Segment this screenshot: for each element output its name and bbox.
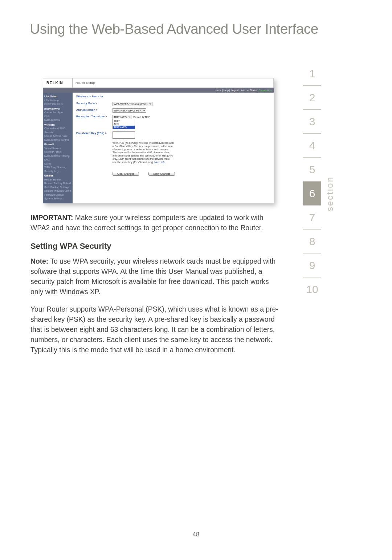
- note-text: To use WPA security, your wireless netwo…: [30, 257, 275, 296]
- apply-changes-button[interactable]: Apply Changes: [148, 172, 175, 176]
- sidebar-item[interactable]: DMZ: [44, 158, 71, 162]
- sidebar-item[interactable]: Restart Router: [44, 178, 71, 182]
- encryption-option[interactable]: TKIP: [113, 119, 135, 122]
- section-link-4[interactable]: 4: [303, 134, 321, 158]
- sidebar-item[interactable]: MAC Address Control: [44, 138, 71, 142]
- router-header: BELKIN Router Setup: [43, 78, 274, 88]
- statusbar-label: Internet Status:: [241, 89, 258, 92]
- internet-status: Connection: [259, 89, 271, 92]
- psk-help-text: WPA-PSK (no server): Wireless Protected …: [113, 142, 174, 164]
- encryption-label: Encryption Technique >: [76, 115, 113, 129]
- sidebar-item[interactable]: Use as Access Point: [44, 134, 71, 138]
- security-mode-label: Security Mode >: [76, 102, 113, 106]
- authentication-select[interactable]: WPA-PSK+WPA2-PSK: [113, 108, 146, 113]
- body-text: IMPORTANT: Make sure your wireless compu…: [30, 213, 279, 362]
- wpa-heading: Setting WPA Security: [30, 240, 279, 252]
- note-label: Note:: [30, 257, 48, 265]
- section-link-9[interactable]: 9: [303, 253, 321, 277]
- row-security-mode: Security Mode > WPA/WPA2-Personal (PSK): [76, 102, 270, 106]
- page-number: 48: [0, 531, 392, 538]
- sidebar-item[interactable]: Save/Backup Settings: [44, 186, 71, 190]
- authentication-label: Authentication >: [76, 108, 113, 113]
- sidebar-item[interactable]: Restore Previous Settings: [44, 189, 71, 193]
- important-note: IMPORTANT: Make sure your wireless compu…: [30, 213, 279, 233]
- button-row: Clear Changes Apply Changes: [113, 172, 270, 176]
- sidebar-item[interactable]: Virtual Servers: [44, 147, 71, 151]
- wpa-description: Your Router supports WPA-Personal (PSK),…: [30, 304, 279, 355]
- sidebar-item[interactable]: Channel and SSID: [44, 127, 71, 131]
- row-authentication: Authentication > WPA-PSK+WPA2-PSK: [76, 108, 270, 113]
- section-label: section: [325, 176, 335, 211]
- router-screenshot: BELKIN Router Setup Home | Help | Logout…: [43, 78, 274, 203]
- sidebar-item: Internet WAN: [44, 107, 71, 111]
- sidebar-item: Firewall: [44, 143, 71, 147]
- section-link-2[interactable]: 2: [303, 86, 321, 110]
- breadcrumb: Wireless > Security: [76, 95, 270, 98]
- sidebar-item[interactable]: MAC Address: [44, 118, 71, 122]
- sidebar-item[interactable]: LAN Settings: [44, 99, 71, 103]
- security-mode-select[interactable]: WPA/WPA2-Personal (PSK): [113, 102, 152, 106]
- encryption-option[interactable]: AES: [113, 122, 135, 126]
- section-link-1[interactable]: 1: [303, 62, 321, 86]
- section-link-7[interactable]: 7: [303, 206, 321, 230]
- sidebar-item[interactable]: Restore Factory Defaults: [44, 182, 71, 186]
- statusbar-links[interactable]: Home | Help | Logout: [215, 89, 238, 92]
- sidebar-item[interactable]: WAN Ping Blocking: [44, 166, 71, 170]
- psk-input[interactable]: [113, 131, 135, 139]
- encryption-default-note: Default is TKIP: [133, 116, 150, 118]
- section-link-3[interactable]: 3: [303, 110, 321, 134]
- clear-changes-button[interactable]: Clear Changes: [113, 172, 139, 176]
- psk-label: Pre-shared Key (PSK) >: [76, 131, 113, 139]
- sidebar-item[interactable]: MAC Address Filtering: [44, 154, 71, 158]
- sidebar-item[interactable]: DDNS: [44, 162, 71, 166]
- sidebar-item[interactable]: Firmware Update: [44, 193, 71, 197]
- note-paragraph: Note: To use WPA security, your wireless…: [30, 256, 279, 297]
- psk-help-body: WPA-PSK (no server): Wireless Protected …: [113, 142, 174, 163]
- sidebar-item[interactable]: System Settings: [44, 197, 71, 201]
- router-setup-label: Router Setup: [73, 81, 95, 85]
- sidebar-item[interactable]: Security: [44, 131, 71, 135]
- section-link-6[interactable]: 6: [303, 182, 321, 206]
- sidebar-item[interactable]: Security Log: [44, 170, 71, 174]
- sidebar-item: Utilities: [44, 174, 71, 178]
- sidebar-item[interactable]: DHCP Client List: [44, 102, 71, 106]
- sidebar-item[interactable]: Client IP Filters: [44, 150, 71, 154]
- more-info-link[interactable]: More Info: [154, 161, 165, 163]
- encryption-current[interactable]: TKIP+AES: [113, 115, 131, 119]
- section-link-10[interactable]: 10: [303, 277, 321, 301]
- sidebar-item: LAN Setup: [44, 95, 71, 99]
- encryption-select-open[interactable]: TKIP+AES Default is TKIP TKIPAESTKIP+AES: [113, 115, 150, 129]
- section-nav: 12345678910: [303, 62, 321, 301]
- sidebar-item[interactable]: Connection Type: [44, 111, 71, 115]
- section-link-5[interactable]: 5: [303, 158, 321, 182]
- router-sidebar: LAN SetupLAN SettingsDHCP Client ListInt…: [43, 93, 73, 203]
- router-main: Wireless > Security Security Mode > WPA/…: [73, 93, 274, 203]
- row-encryption: Encryption Technique > TKIP+AES Default …: [76, 115, 270, 129]
- section-link-8[interactable]: 8: [303, 230, 321, 253]
- page-title: Using the Web-Based Advanced User Interf…: [30, 21, 318, 37]
- encryption-option-list[interactable]: TKIPAESTKIP+AES: [113, 119, 135, 129]
- brand-logo: BELKIN: [43, 78, 73, 88]
- row-psk: Pre-shared Key (PSK) >: [76, 131, 270, 139]
- status-bar: Home | Help | Logout Internet Status: Co…: [43, 88, 274, 93]
- encryption-option[interactable]: TKIP+AES: [113, 126, 135, 129]
- important-label: IMPORTANT:: [30, 214, 73, 222]
- sidebar-item[interactable]: DNS: [44, 115, 71, 119]
- sidebar-item: Wireless: [44, 123, 71, 127]
